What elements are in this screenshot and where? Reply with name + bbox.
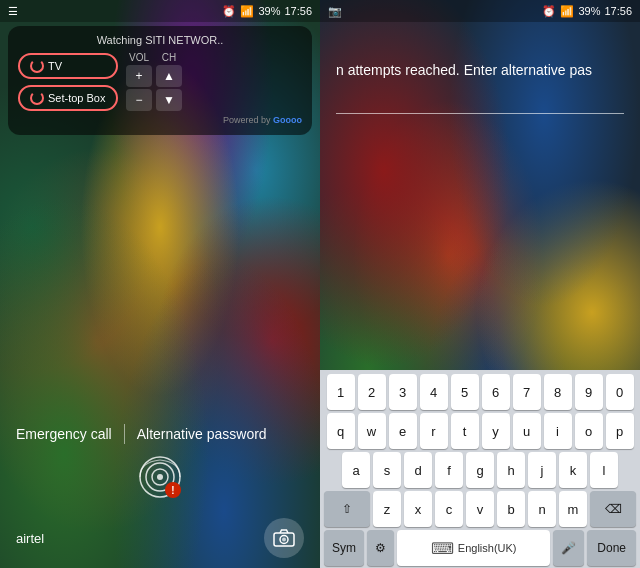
carrier-camera-row: airtel	[0, 510, 320, 568]
key-k[interactable]: k	[559, 452, 587, 488]
space-label: ⌨ English(UK)	[431, 539, 517, 558]
ch-label: CH	[162, 52, 176, 63]
key-s[interactable]: s	[373, 452, 401, 488]
alarm-icon-right: ⏰	[542, 5, 556, 18]
divider	[124, 424, 125, 444]
right-panel: 📷 ⏰ 📶 39% 17:56 n attempts reached. Ente…	[320, 0, 640, 568]
key-h[interactable]: h	[497, 452, 525, 488]
key-q[interactable]: q	[327, 413, 355, 449]
key-t[interactable]: t	[451, 413, 479, 449]
key-p[interactable]: p	[606, 413, 634, 449]
key-w[interactable]: w	[358, 413, 386, 449]
key-l[interactable]: l	[590, 452, 618, 488]
key-z[interactable]: z	[373, 491, 401, 527]
key-y[interactable]: y	[482, 413, 510, 449]
bottom-left: Emergency call Alternative password !	[0, 424, 320, 568]
key-5[interactable]: 5	[451, 374, 479, 410]
key-f[interactable]: f	[435, 452, 463, 488]
carrier-text: airtel	[16, 531, 44, 546]
mic-button[interactable]: 🎤	[553, 530, 584, 566]
remote-buttons-left: TV Set-top Box	[18, 53, 118, 111]
settings-key-button[interactable]: ⚙	[367, 530, 394, 566]
settop-power-button[interactable]: Set-top Box	[18, 85, 118, 111]
shift-button[interactable]: ⇧	[324, 491, 370, 527]
ch-column: CH ▲ ▼	[156, 52, 182, 111]
done-label: Done	[597, 541, 626, 555]
keyboard-row-qwerty: q w e r t y u i o p	[322, 413, 638, 449]
vol-ch-controls: VOL + − CH ▲ ▼	[126, 52, 182, 111]
sym-label: Sym	[332, 541, 356, 555]
message-area: n attempts reached. Enter alternative pa…	[320, 22, 640, 122]
vol-label: VOL	[129, 52, 149, 63]
key-1[interactable]: 1	[327, 374, 355, 410]
battery-right: 39%	[578, 5, 600, 17]
status-left-icons: ☰	[8, 5, 18, 18]
powered-logo: Goooo	[273, 115, 302, 125]
key-j[interactable]: j	[528, 452, 556, 488]
power-icon-tv	[30, 59, 44, 73]
status-bar-left: ☰ ⏰ 📶 39% 17:56	[0, 0, 320, 22]
power-icon-settop	[30, 91, 44, 105]
fingerprint-area: !	[0, 452, 320, 502]
key-c[interactable]: c	[435, 491, 463, 527]
key-g[interactable]: g	[466, 452, 494, 488]
key-m[interactable]: m	[559, 491, 587, 527]
battery-left: 39%	[258, 5, 280, 17]
key-7[interactable]: 7	[513, 374, 541, 410]
emergency-call-text[interactable]: Emergency call	[16, 426, 112, 442]
ch-up-button[interactable]: ▲	[156, 65, 182, 87]
backspace-button[interactable]: ⌫	[590, 491, 636, 527]
remote-controls: TV Set-top Box VOL + − CH ▲ ▼	[18, 52, 302, 111]
key-0[interactable]: 0	[606, 374, 634, 410]
status-right-right-icons: ⏰ 📶 39% 17:56	[542, 5, 632, 18]
vol-down-button[interactable]: −	[126, 89, 152, 111]
vol-up-button[interactable]: +	[126, 65, 152, 87]
screenshot-icon: 📷	[328, 5, 342, 17]
camera-button[interactable]	[264, 518, 304, 558]
keyboard: 1 2 3 4 5 6 7 8 9 0 q w e r t y u i o p …	[320, 370, 640, 568]
done-button[interactable]: Done	[587, 530, 636, 566]
notification-icon: ☰	[8, 5, 18, 18]
alarm-icon: ⏰	[222, 5, 236, 18]
svg-text:!: !	[171, 485, 174, 496]
svg-point-8	[282, 538, 286, 542]
key-4[interactable]: 4	[420, 374, 448, 410]
key-b[interactable]: b	[497, 491, 525, 527]
tv-power-button[interactable]: TV	[18, 53, 118, 79]
key-d[interactable]: d	[404, 452, 432, 488]
key-9[interactable]: 9	[575, 374, 603, 410]
password-input-line[interactable]	[336, 86, 624, 114]
space-button[interactable]: ⌨ English(UK)	[397, 530, 550, 566]
key-2[interactable]: 2	[358, 374, 386, 410]
key-v[interactable]: v	[466, 491, 494, 527]
key-8[interactable]: 8	[544, 374, 572, 410]
keyboard-bottom-row: Sym ⚙ ⌨ English(UK) 🎤 Done	[322, 530, 638, 566]
fingerprint-icon[interactable]: !	[135, 452, 185, 502]
emergency-row: Emergency call Alternative password	[0, 424, 320, 444]
keyboard-row-zxcv: ⇧ z x c v b n m ⌫	[322, 491, 638, 527]
key-r[interactable]: r	[420, 413, 448, 449]
sym-button[interactable]: Sym	[324, 530, 364, 566]
alt-password-text[interactable]: Alternative password	[137, 426, 267, 442]
key-3[interactable]: 3	[389, 374, 417, 410]
camera-icon	[273, 529, 295, 547]
key-u[interactable]: u	[513, 413, 541, 449]
key-e[interactable]: e	[389, 413, 417, 449]
status-right-left-icons: 📷	[328, 5, 342, 18]
key-o[interactable]: o	[575, 413, 603, 449]
key-6[interactable]: 6	[482, 374, 510, 410]
key-i[interactable]: i	[544, 413, 572, 449]
ch-down-button[interactable]: ▼	[156, 89, 182, 111]
key-n[interactable]: n	[528, 491, 556, 527]
key-a[interactable]: a	[342, 452, 370, 488]
remote-title: Watching SITI NETWOR..	[18, 34, 302, 46]
keyboard-row-numbers: 1 2 3 4 5 6 7 8 9 0	[322, 374, 638, 410]
tv-label: TV	[48, 60, 62, 72]
key-x[interactable]: x	[404, 491, 432, 527]
keyboard-lang-icon: ⌨	[431, 539, 454, 558]
svg-point-3	[157, 474, 163, 480]
powered-by-text: Powered by	[223, 115, 271, 125]
status-bar-right: 📷 ⏰ 📶 39% 17:56	[320, 0, 640, 22]
signal-icon-right: 📶	[560, 5, 574, 18]
settop-label: Set-top Box	[48, 92, 105, 104]
